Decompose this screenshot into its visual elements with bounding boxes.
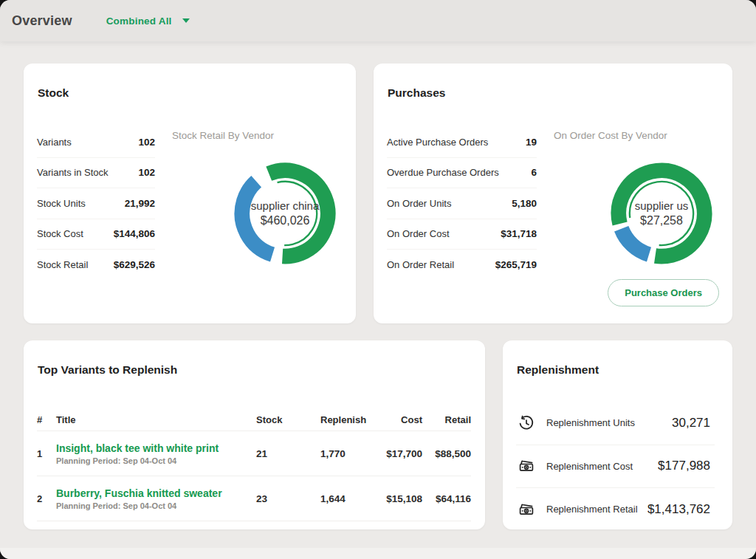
variant-title-link[interactable]: Insight, black tee with white print <box>56 442 256 454</box>
stat-label: On Order Retail <box>387 259 454 270</box>
purchases-vendor-donut-chart[interactable]: supplier us $27,258 <box>606 158 717 269</box>
window-bottom-edge <box>0 548 756 559</box>
row-number: 2 <box>37 493 56 504</box>
cost-cell: $17,700 <box>372 448 422 459</box>
top-variants-card-title: Top Variants to Replenish <box>38 363 177 377</box>
stat-row-overdue-purchase-orders: Overdue Purchase Orders 6 <box>387 158 537 189</box>
column-header-num: # <box>37 414 56 425</box>
store-filter-dropdown[interactable]: Combined All <box>102 13 194 30</box>
cash-icon <box>518 501 535 518</box>
purchase-orders-button[interactable]: Purchase Orders <box>608 279 719 306</box>
cost-cell: $15,108 <box>372 493 422 504</box>
history-icon <box>518 414 535 432</box>
stat-label: Stock Units <box>37 198 86 209</box>
stock-cell: 21 <box>256 448 320 459</box>
column-header-replenish: Replenish <box>320 414 372 425</box>
stat-value: 19 <box>526 137 537 148</box>
replenishment-cost-row: Replenishment Cost $177,988 <box>516 445 715 489</box>
stat-row-stock-units: Stock Units 21,992 <box>37 188 155 219</box>
cash-icon <box>518 457 535 475</box>
stock-retail-by-vendor-label: Stock Retail By Vendor <box>172 130 274 141</box>
stat-label: Active Purchase Orders <box>387 137 488 148</box>
purchases-card: Purchases Active Purchase Orders 19 Over… <box>374 64 732 323</box>
table-row: 1 Insight, black tee with white print Pl… <box>37 431 471 476</box>
chevron-down-icon <box>182 18 190 23</box>
page-title: Overview <box>12 13 72 29</box>
replenishment-stat-value: $1,413,762 <box>647 502 710 517</box>
planning-period-label: Planning Period: Sep 04-Oct 04 <box>56 456 256 465</box>
stock-card-title: Stock <box>38 86 69 100</box>
stat-value: 102 <box>138 167 155 178</box>
purchases-stats: Active Purchase Orders 19 Overdue Purcha… <box>387 127 537 280</box>
stat-value: 6 <box>531 167 537 178</box>
purchases-card-title: Purchases <box>388 86 445 100</box>
stat-label: Stock Retail <box>37 259 88 270</box>
retail-cell: $64,116 <box>422 493 471 504</box>
table-row: 2 Burberry, Fuschia knitted sweater Plan… <box>37 476 471 521</box>
column-header-title: Title <box>56 414 256 425</box>
stat-row-stock-retail: Stock Retail $629,526 <box>37 250 155 280</box>
stat-value: 102 <box>138 137 155 148</box>
on-order-cost-by-vendor-label: On Order Cost By Vendor <box>554 130 667 141</box>
stock-stats: Variants 102 Variants in Stock 102 Stock… <box>37 127 155 280</box>
stat-value: $144,806 <box>114 228 155 239</box>
stat-value: 21,992 <box>125 198 155 209</box>
variant-cell: Insight, black tee with white print Plan… <box>56 442 256 465</box>
replenishment-stat-label: Replenishment Cost <box>546 461 658 472</box>
row-number: 1 <box>37 448 56 459</box>
table-header-row: # Title Stock Replenish Cost Retail <box>37 408 471 431</box>
stat-value: $629,526 <box>114 259 155 270</box>
stat-label: On Order Cost <box>387 228 450 239</box>
donut-svg <box>230 158 340 269</box>
stat-row-on-order-cost: On Order Cost $31,718 <box>387 219 537 250</box>
top-bar: Overview Combined All <box>0 0 756 41</box>
replenishment-stat-value: 30,271 <box>672 416 710 431</box>
replenish-cell: 1,770 <box>320 448 372 459</box>
stat-row-on-order-units: On Order Units 5,180 <box>387 188 537 219</box>
column-header-stock: Stock <box>256 414 320 425</box>
column-header-retail: Retail <box>422 414 471 425</box>
replenishment-card-title: Replenishment <box>517 363 599 377</box>
variant-cell: Burberry, Fuschia knitted sweater Planni… <box>56 487 256 510</box>
stock-vendor-donut-chart[interactable]: supplier china $460,026 <box>230 158 340 269</box>
stat-label: On Order Units <box>387 198 451 209</box>
replenishment-stat-label: Replenishment Units <box>546 417 672 428</box>
stat-label: Overdue Purchase Orders <box>387 167 499 178</box>
replenish-cell: 1,644 <box>320 493 372 504</box>
replenishment-retail-row: Replenishment Retail $1,413,762 <box>516 488 715 531</box>
stat-label: Variants <box>37 137 72 148</box>
stat-label: Stock Cost <box>37 228 83 239</box>
stock-cell: 23 <box>256 493 320 504</box>
stat-row-variants: Variants 102 <box>37 127 155 158</box>
stat-value: 5,180 <box>512 198 537 209</box>
donut-svg <box>606 158 717 269</box>
planning-period-label: Planning Period: Sep 04-Oct 04 <box>56 501 256 510</box>
replenishment-stats: Replenishment Units 30,271 Replenishmen <box>516 402 715 531</box>
stat-row-stock-cost: Stock Cost $144,806 <box>37 219 155 250</box>
top-variants-card: Top Variants to Replenish # Title Stock … <box>24 340 485 529</box>
replenishment-units-row: Replenishment Units 30,271 <box>516 402 715 445</box>
replenishment-card: Replenishment Replenishment Units 30,271 <box>503 340 732 529</box>
stat-row-variants-in-stock: Variants in Stock 102 <box>37 158 155 189</box>
donut-segment-green[interactable] <box>610 162 714 266</box>
column-header-cost: Cost <box>372 414 422 425</box>
store-filter-label: Combined All <box>106 16 172 27</box>
variant-title-link[interactable]: Burberry, Fuschia knitted sweater <box>56 487 256 499</box>
replenishment-stat-label: Replenishment Retail <box>546 504 647 515</box>
stat-row-on-order-retail: On Order Retail $265,719 <box>387 250 537 280</box>
stat-value: $31,718 <box>501 228 537 239</box>
retail-cell: $88,500 <box>422 448 471 459</box>
stat-value: $265,719 <box>495 259 537 270</box>
dashboard-screen: Overview Combined All Stock Variants 102… <box>0 0 756 559</box>
top-variants-table: # Title Stock Replenish Cost Retail 1 In… <box>37 408 471 521</box>
stat-row-active-purchase-orders: Active Purchase Orders 19 <box>387 127 537 158</box>
replenishment-stat-value: $177,988 <box>658 459 710 473</box>
stock-card: Stock Variants 102 Variants in Stock 102… <box>24 64 356 323</box>
stat-label: Variants in Stock <box>37 167 109 178</box>
